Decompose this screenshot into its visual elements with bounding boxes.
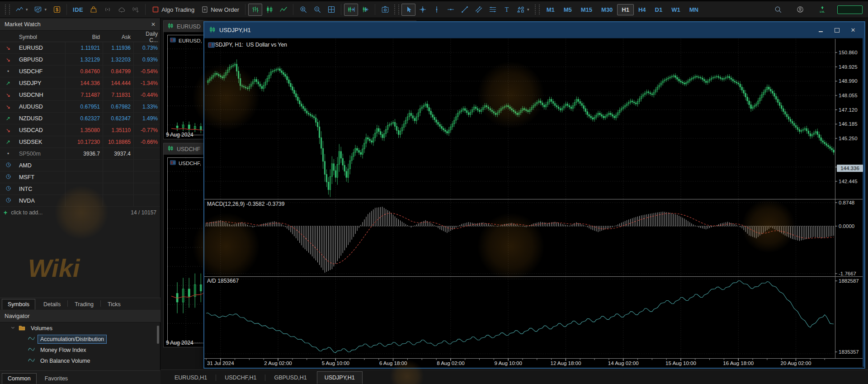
left-panel: Market Watch ✕ SymbolBidAskDaily C... ↘E… [0, 18, 160, 384]
daily-change-value: 0.73% [133, 42, 160, 53]
candle-chart-type-button[interactable] [262, 4, 276, 16]
macd-label: MACD(12,26,9) -0.3582 -0.3739 [207, 201, 284, 207]
bid-value: 1.11921 [65, 42, 103, 53]
market-button[interactable] [86, 4, 100, 16]
tab-details[interactable]: Details [38, 299, 66, 310]
minimize-button[interactable] [814, 26, 827, 35]
order-icon [201, 6, 208, 14]
tab-symbols[interactable]: Symbols [2, 299, 35, 310]
table-row[interactable]: AMD [0, 160, 160, 171]
ask-value [103, 195, 133, 206]
chart-tab-eurusdh1[interactable]: EURUSD,H1 [167, 371, 215, 384]
ide-button[interactable]: IDE [70, 4, 86, 15]
table-row[interactable]: ↘AUDUSD0.679510.679821.33% [0, 101, 160, 113]
text-tool-button[interactable]: T [500, 4, 514, 16]
zoom-in-button[interactable] [296, 4, 310, 16]
daily-change-value [133, 160, 160, 171]
dollar-icon: $ [53, 6, 61, 14]
chart-shift-button[interactable] [358, 4, 372, 16]
trendline-button[interactable] [458, 4, 472, 16]
new-order-button[interactable]: New Order [198, 4, 242, 16]
table-row[interactable]: NVDA [0, 195, 160, 207]
svg-text:147.120: 147.120 [839, 107, 858, 113]
table-row[interactable]: ↗USDJPY144.336144.444-1.34% [0, 77, 160, 89]
tab-favorites[interactable]: Favorites [39, 373, 74, 384]
toolbar-grip[interactable] [394, 5, 399, 14]
close-icon[interactable]: ✕ [151, 21, 156, 28]
chart-profiles-button[interactable]: ▾ [12, 4, 31, 16]
tile-windows-button[interactable] [324, 4, 338, 16]
chart-windows-button[interactable]: ▾ [31, 4, 50, 16]
chart-tab-usdchfh1[interactable]: USDCHF,H1 [217, 371, 264, 384]
crosshair-button[interactable] [415, 4, 429, 16]
tf-m5-button[interactable]: M5 [559, 4, 576, 15]
search-button[interactable] [771, 4, 785, 16]
horizontal-line-button[interactable] [443, 4, 458, 16]
cursor-button[interactable] [401, 4, 415, 16]
tf-w1-button[interactable]: W1 [667, 4, 685, 15]
table-row[interactable]: ↘USDCAD1.350801.35110-0.77% [0, 124, 160, 136]
zoom-out-button[interactable] [310, 4, 324, 16]
indicator-icon [28, 346, 35, 354]
restore-button[interactable] [830, 26, 844, 35]
table-row[interactable]: ↘EURUSD1.119211.119360.73% [0, 42, 160, 54]
navigator-scrollbar[interactable] [157, 326, 159, 344]
market-watch-rows: ↘EURUSD1.119211.119360.73%↘GBPUSD1.32129… [0, 42, 160, 207]
tab-separator [265, 375, 265, 381]
table-row[interactable]: MSFT [0, 171, 160, 183]
tf-m1-button[interactable]: M1 [542, 4, 559, 15]
tf-d1-button[interactable]: D1 [651, 4, 667, 15]
tree-item[interactable]: On Balance Volume [0, 356, 160, 366]
table-row[interactable]: INTC [0, 183, 160, 195]
table-row[interactable]: ↗NZDUSD0.623270.623471.49% [0, 113, 160, 124]
tab-trading[interactable]: Trading [69, 299, 99, 310]
tab-common[interactable]: Common [2, 373, 37, 384]
vertical-line-button[interactable] [429, 4, 443, 16]
toolbar-grip[interactable] [5, 5, 10, 14]
indicator-icon [28, 335, 35, 343]
tf-mn-button[interactable]: MN [685, 4, 703, 15]
chart-area[interactable]: 150.860149.925148.990148.055147.120146.1… [204, 38, 864, 368]
tf-h4-button[interactable]: H4 [634, 4, 651, 15]
shapes-button[interactable]: ▾ [514, 4, 533, 16]
tree-item[interactable]: Money Flow Index [0, 345, 160, 356]
toolbar-separator [375, 4, 375, 15]
clock-icon [0, 162, 16, 169]
tf-m30-button[interactable]: M30 [597, 4, 617, 15]
account-button[interactable] [793, 4, 807, 16]
tf-m15-button[interactable]: M15 [576, 4, 597, 15]
fibonacci-button[interactable] [486, 4, 500, 16]
cloud-button[interactable] [114, 4, 128, 16]
algo-trading-button[interactable]: Algo Trading [148, 4, 198, 16]
chart-window-titlebar[interactable]: USDJPY,H1 ✕ [204, 22, 864, 38]
line-chart-type-button[interactable] [276, 4, 290, 16]
broadcast-button[interactable] [100, 4, 114, 16]
table-row[interactable]: ↘GBPUSD1.321291.322030.93% [0, 54, 160, 66]
screenshot-button[interactable] [378, 4, 392, 16]
chart-tab-gbpusdh1[interactable]: GBPUSD,H1 [266, 371, 314, 384]
price-chart-svg[interactable]: 150.860149.925148.990148.055147.120146.1… [204, 38, 864, 367]
tree-item[interactable]: Accumulation/Distribution [0, 334, 160, 345]
symbol-name: NZDUSD [16, 115, 65, 122]
tree-item[interactable]: Volumes [0, 323, 160, 334]
tf-h1-button[interactable]: H1 [617, 4, 634, 15]
levels-button[interactable]: LVL [815, 4, 829, 16]
table-row[interactable]: ↘USDCNH7.114877.11831-0.44% [0, 89, 160, 101]
svg-text:148.055: 148.055 [839, 93, 858, 98]
bid-value [65, 160, 103, 171]
market-watch-toggle-button[interactable]: $ [50, 4, 64, 16]
table-row[interactable]: ↗USDSEK10.1723010.18865-0.66% [0, 136, 160, 148]
close-button[interactable]: ✕ [846, 26, 860, 35]
market-watch-footer[interactable]: + click to add... 14 / 10157 [0, 207, 160, 218]
table-row[interactable]: •SP500m3936.73937.4 [0, 148, 160, 160]
chart-tab-usdjpyh1[interactable]: USDJPY,H1 [317, 371, 363, 384]
auto-scroll-button[interactable] [344, 4, 358, 16]
table-row[interactable]: •USDCHF0.847600.84799-0.54% [0, 66, 160, 77]
bar-chart-type-button[interactable] [248, 4, 262, 16]
channel-button[interactable] [472, 4, 486, 16]
toolbar-grip[interactable] [535, 5, 540, 14]
signals-button[interactable] [128, 4, 142, 16]
add-symbol-label[interactable]: click to add... [11, 209, 42, 216]
candlestick-icon [209, 26, 216, 34]
tab-ticks[interactable]: Ticks [102, 299, 127, 310]
